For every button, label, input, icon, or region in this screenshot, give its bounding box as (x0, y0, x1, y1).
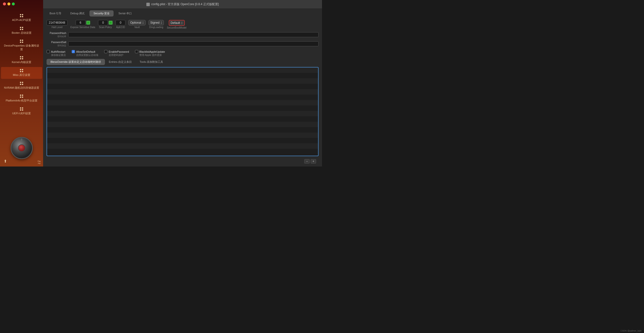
halt-level-group: 2147483648 Halt Level (46, 20, 68, 28)
sidebar-item-platform[interactable]: PlatformInfo-机型平台设置 (1, 92, 42, 104)
halt-level-value[interactable]: 2147483648 (46, 20, 68, 25)
svg-rect-0 (87, 22, 89, 24)
tab-security[interactable]: Security-安全 (90, 10, 113, 16)
table-row (47, 143, 318, 149)
window-title: config.plist - 官方原版 OpenCore [0.8.4 正式版配… (151, 2, 219, 6)
table-row (47, 122, 318, 127)
controls-row: 2147483648 Halt Level 6 Expose Sensitive… (46, 20, 318, 29)
table-row (47, 100, 318, 106)
tab-boot[interactable]: Boot-引导 (46, 10, 65, 16)
allow-set-default-checkbox[interactable] (72, 50, 75, 53)
scan-policy-value[interactable]: 0 (98, 20, 108, 25)
tab-serial[interactable]: Serial-串口 (114, 10, 136, 16)
tab-bar: Boot-引导 Debug-调试 Security-安全 Serial-串口 (43, 9, 322, 18)
secure-boot-select[interactable]: Default ▲ ▼ (169, 20, 185, 26)
expose-sensitive-with-icon: 6 (76, 20, 90, 25)
main-content: config.plist - 官方原版 OpenCore [0.8.4 正式版配… (43, 0, 322, 166)
apecid-label: ApECID (116, 26, 125, 28)
password-salt-input[interactable] (68, 42, 318, 46)
sub-tab-bless[interactable]: BlessOverride-设置自定义启动项绝对路径 (46, 59, 105, 65)
table-row (47, 78, 318, 84)
blacklist-apple-sublabel: 禁用 Apple 固件更新 (140, 54, 165, 57)
secure-boot-arrows: ▲ ▼ (181, 21, 183, 25)
grid-icon (20, 94, 24, 98)
traffic-lights (3, 2, 15, 6)
share-icon[interactable]: ⬆ (4, 159, 7, 164)
grid-icon (20, 108, 24, 111)
password-hash-row: PasswordHash密码哈希 (46, 32, 318, 38)
grid-icon (20, 40, 24, 43)
dmg-loading-group: Signed ▲ ▼ DmgLoading (148, 20, 164, 28)
enable-password-checkbox[interactable] (104, 50, 108, 53)
password-hash-label: PasswordHash密码哈希 (46, 32, 66, 38)
dmg-loading-label: DmgLoading (149, 26, 163, 28)
blacklist-apple-checkbox[interactable] (135, 50, 138, 53)
password-salt-label: PasswordSalt密码加盐 (46, 41, 66, 47)
expose-sensitive-group: 6 Expose Sensitive Data (70, 20, 95, 28)
table-rows (47, 68, 318, 156)
table-row (47, 149, 318, 154)
password-hash-input[interactable] (68, 32, 318, 37)
sub-tab-bar: BlessOverride-设置自定义启动项绝对路径 Entries-自定义条目… (46, 59, 318, 65)
table-area (46, 67, 318, 156)
sidebar-item-misc[interactable]: Misc-其它设置 (1, 67, 42, 79)
auth-restart-checkbox[interactable] (46, 50, 50, 53)
grid-icon (20, 27, 24, 30)
vault-label: Vault (134, 26, 140, 28)
table-row (47, 84, 318, 89)
sidebar-item-uefi[interactable]: UEFI-UEFI设置 (1, 106, 42, 117)
bottom-bar: − + (46, 158, 318, 164)
enable-password-top: EnablePassword (104, 50, 129, 53)
dial-notch (11, 138, 32, 158)
maximize-button[interactable] (12, 2, 15, 6)
sidebar-item-device[interactable]: DeviceProperties-设备属性设置 (1, 38, 42, 53)
remove-button[interactable]: − (304, 159, 310, 164)
vault-value: Optional (130, 21, 141, 24)
add-button[interactable]: + (311, 159, 316, 164)
file-icon (146, 3, 150, 6)
secure-boot-label: SecureBootModel (167, 26, 186, 29)
table-row (47, 132, 318, 138)
auth-restart-item: AuthRestart 身份验证重启 (46, 50, 66, 57)
grid-icon (20, 56, 24, 60)
auth-restart-top: AuthRestart (46, 50, 66, 53)
enable-password-item: EnablePassword 启用密码保护 (104, 50, 129, 57)
dmg-loading-value: Signed (150, 21, 160, 24)
blacklist-apple-item: BlacklistAppleUpdate 禁用 Apple 固件更新 (135, 50, 165, 57)
sidebar: ACPI-ACPI设置 Booter-启动设置 DeviceProperties… (0, 0, 43, 166)
vault-group: Optional ▲ ▼ Vault (128, 20, 146, 28)
blacklist-apple-top: BlacklistAppleUpdate (135, 50, 165, 53)
svg-rect-1 (110, 22, 112, 24)
sidebar-item-nvram[interactable]: NVRAM-随机访问存储器设置 (1, 80, 42, 92)
secure-boot-group: Default ▲ ▼ SecureBootModel (167, 20, 186, 29)
expose-sensitive-value[interactable]: 6 (76, 20, 86, 25)
sub-tab-entries[interactable]: Entries-自定义条目 (105, 59, 136, 65)
table-row (47, 127, 318, 132)
blacklist-apple-label: BlacklistAppleUpdate (140, 50, 165, 53)
sidebar-item-booter[interactable]: Booter-启动设置 (1, 25, 42, 37)
allow-set-default-sublabel: 启用设置默认启动项 (76, 54, 98, 57)
sidebar-item-kernel[interactable]: Kernel-内核设置 (1, 54, 42, 66)
tab-debug[interactable]: Debug-调试 (66, 10, 88, 16)
table-row (47, 111, 318, 116)
sidebar-item-acpi[interactable]: ACPI-ACPI设置 (1, 12, 42, 24)
scan-policy-with-icon: 0 (98, 20, 112, 25)
grid-icon (20, 69, 24, 72)
scan-policy-group: 0 Scan Policy (98, 20, 112, 28)
enable-password-label: EnablePassword (109, 50, 129, 53)
allow-set-default-item: AllowSetDefault 启用设置默认启动项 (72, 50, 98, 57)
dial-control[interactable] (10, 137, 33, 159)
paypay-label: PayPal (38, 160, 41, 164)
sub-tab-tools[interactable]: Tools-添加附加工具 (136, 59, 167, 65)
apecid-value[interactable]: 0 (116, 20, 126, 25)
bottom-buttons: − + (304, 159, 316, 164)
password-salt-row: PasswordSalt密码加盐 (46, 41, 318, 47)
minimize-button[interactable] (8, 2, 10, 6)
table-row (47, 68, 318, 73)
allow-set-default-top: AllowSetDefault (72, 50, 98, 53)
table-row (47, 138, 318, 143)
close-button[interactable] (3, 2, 6, 6)
content-area: 2147483648 Halt Level 6 Expose Sensitive… (43, 18, 322, 166)
vault-select[interactable]: Optional ▲ ▼ (128, 20, 146, 25)
dmg-loading-select[interactable]: Signed ▲ ▼ (148, 20, 164, 25)
